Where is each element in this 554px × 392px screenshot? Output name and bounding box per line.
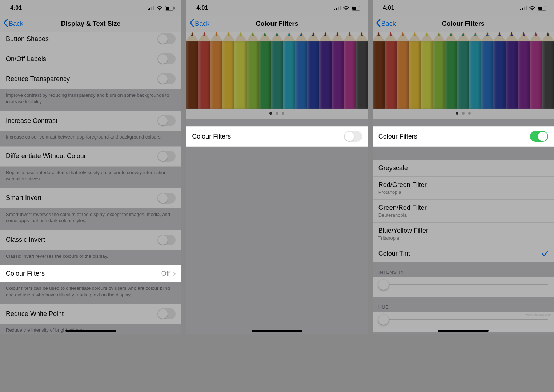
- row-smart-invert[interactable]: Smart Invert: [0, 188, 181, 208]
- svg-rect-14: [520, 9, 521, 10]
- label: Blue/Yellow Filter: [378, 227, 428, 235]
- pencils-preview[interactable]: [186, 32, 368, 119]
- pencil: [356, 32, 368, 109]
- status-icons: [520, 6, 547, 11]
- row-classic-invert[interactable]: Classic Invert: [0, 230, 181, 250]
- svg-rect-8: [336, 8, 337, 10]
- toggle-button-shapes[interactable]: [157, 33, 176, 44]
- watermark: www.deuaq.com: [525, 313, 552, 317]
- dot-3[interactable]: [468, 112, 471, 115]
- back-button[interactable]: Back: [2, 19, 23, 29]
- dot-1[interactable]: [456, 112, 458, 115]
- back-button[interactable]: Back: [188, 19, 209, 29]
- back-label: Back: [195, 20, 209, 28]
- row-reduce-white-point[interactable]: Reduce White Point: [0, 304, 181, 324]
- footer-diff-without-colour: Replaces user interface items that rely …: [0, 167, 181, 188]
- label: Classic Invert: [6, 236, 45, 244]
- pencil: [307, 32, 319, 109]
- svg-rect-9: [338, 7, 339, 10]
- footer-reduce-transparency: Improve contrast by reducing transparenc…: [0, 89, 181, 111]
- screen-colour-filters-off: 4:01 Back Colour Filters Colour Filters: [186, 0, 368, 334]
- toggle-reduce-transparency[interactable]: [157, 73, 176, 84]
- label: Reduce Transparency: [6, 75, 70, 83]
- dot-3[interactable]: [282, 112, 284, 115]
- row-colour-filters-toggle[interactable]: Colour Filters: [186, 126, 368, 147]
- dot-2[interactable]: [462, 112, 465, 115]
- screen-colour-filters-on: 4:01 Back Colour Filters Colour Filters …: [373, 0, 554, 334]
- pencils-preview[interactable]: [373, 32, 554, 119]
- pencil: [481, 32, 493, 109]
- toggle-reduce-white-point[interactable]: [157, 308, 176, 319]
- page-dots[interactable]: [186, 109, 368, 119]
- value: Off: [161, 270, 170, 277]
- pencil: [530, 32, 542, 109]
- status-bar: 4:01: [373, 0, 554, 16]
- row-green-red-filter[interactable]: Green/Red Filter Deuteranopia: [373, 200, 554, 223]
- pencil: [234, 32, 246, 109]
- toggle-smart-invert[interactable]: [157, 193, 176, 204]
- row-blue-yellow-filter[interactable]: Blue/Yellow Filter Tritanopia: [373, 223, 554, 245]
- back-button[interactable]: Back: [375, 19, 396, 29]
- page-dots[interactable]: [373, 109, 554, 119]
- row-onoff-labels[interactable]: On/Off Labels: [0, 49, 181, 69]
- svg-rect-10: [340, 6, 341, 10]
- row-increase-contrast[interactable]: Increase Contrast: [0, 111, 181, 131]
- row-colour-filters-toggle[interactable]: Colour Filters: [373, 126, 554, 147]
- toggle-colour-filters[interactable]: [530, 131, 548, 142]
- wifi-icon: [343, 6, 349, 11]
- sublabel: Protanopia: [378, 189, 427, 195]
- label: Colour Filters: [192, 133, 231, 140]
- toggle-increase-contrast[interactable]: [157, 115, 176, 126]
- label: Colour Filters: [378, 133, 417, 140]
- label: Red/Green Filter: [378, 181, 427, 189]
- home-indicator[interactable]: [252, 330, 302, 332]
- svg-rect-13: [361, 7, 361, 9]
- back-label: Back: [381, 20, 396, 28]
- row-red-green-filter[interactable]: Red/Green Filter Protanopia: [373, 177, 554, 200]
- pencil: [319, 32, 331, 109]
- dot-2[interactable]: [276, 112, 278, 115]
- pencil: [493, 32, 505, 109]
- row-reduce-transparency[interactable]: Reduce Transparency: [0, 69, 181, 89]
- cellular-signal-icon: [334, 6, 341, 10]
- row-colour-tint[interactable]: Colour Tint: [373, 245, 554, 262]
- dot-1[interactable]: [269, 112, 272, 115]
- hue-slider[interactable]: [378, 314, 548, 325]
- label: On/Off Labels: [6, 55, 46, 63]
- svg-rect-7: [334, 9, 335, 10]
- intensity-slider[interactable]: [378, 279, 548, 290]
- row-greyscale[interactable]: Greyscale: [373, 160, 554, 177]
- intensity-header: INTENSITY: [373, 262, 554, 277]
- cellular-signal-icon: [148, 6, 154, 10]
- nav-bar: Back Colour Filters: [373, 16, 554, 32]
- pencil: [198, 32, 210, 109]
- home-indicator[interactable]: [65, 330, 116, 332]
- nav-title: Display & Text Size: [61, 20, 121, 28]
- hue-header: HUE: [373, 297, 554, 312]
- label: Differentiate Without Colour: [6, 152, 86, 160]
- pencil: [469, 32, 481, 109]
- intensity-slider-row: [373, 277, 554, 297]
- battery-icon: [352, 6, 361, 11]
- status-time: 4:01: [383, 5, 394, 11]
- status-bar: 4:01: [0, 0, 181, 16]
- row-colour-filters[interactable]: Colour Filters Off: [0, 265, 181, 282]
- row-diff-without-colour[interactable]: Differentiate Without Colour: [0, 146, 181, 167]
- toggle-classic-invert[interactable]: [157, 235, 176, 245]
- pencil: [344, 32, 356, 109]
- home-indicator[interactable]: [438, 330, 489, 332]
- label: Colour Tint: [378, 250, 410, 257]
- status-time: 4:01: [10, 5, 22, 11]
- pencil: [409, 32, 421, 109]
- toggle-onoff-labels[interactable]: [157, 53, 176, 64]
- toggle-diff-without-colour[interactable]: [157, 151, 176, 162]
- label: Greyscale: [378, 164, 408, 172]
- screen-display-text-size: 4:01 Back Display & Text Size Button Sha…: [0, 0, 181, 334]
- toggle-colour-filters[interactable]: [344, 131, 362, 142]
- pencil: [433, 32, 445, 109]
- checkmark-icon: [542, 251, 548, 257]
- row-button-shapes[interactable]: Button Shapes: [0, 29, 181, 49]
- label: Smart Invert: [6, 194, 41, 202]
- battery-icon: [165, 6, 175, 11]
- sublabel: Deuteranopia: [378, 212, 427, 218]
